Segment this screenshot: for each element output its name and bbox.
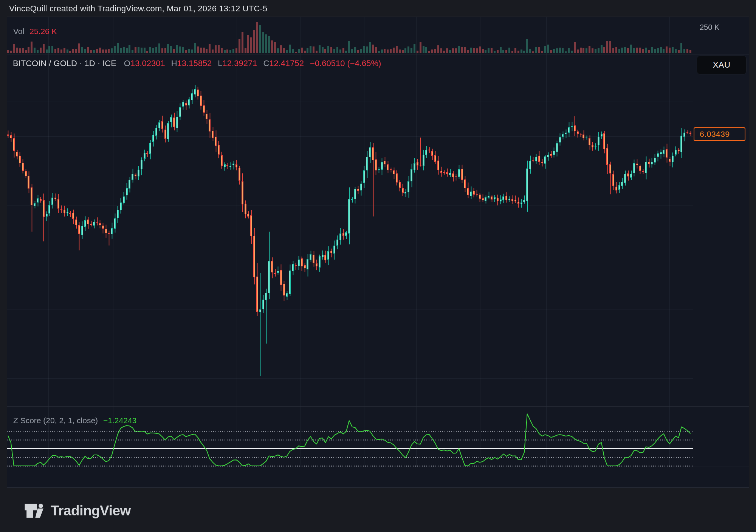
ohlc-open: O13.02301 [124, 59, 165, 68]
last-price-badge: 6.03439 [694, 127, 745, 141]
symbol-legend: BITCOIN / GOLD · 1D · ICE O13.02301 H13.… [13, 59, 381, 68]
page-title: VinceQuill created with TradingView.com,… [9, 4, 268, 14]
tradingview-watermark[interactable]: TradingView [24, 501, 131, 520]
zscore-label: Z Score (20, 2, 1, close) [13, 416, 98, 425]
ohlc-close: C12.41752 [263, 59, 304, 68]
ohlc-low: L12.39271 [218, 59, 257, 68]
volume-legend: Vol 25.26 K [13, 27, 57, 36]
volume-label: Vol [13, 27, 24, 36]
tradingview-logo-icon [24, 501, 45, 520]
ohlc-high: H13.15852 [171, 59, 212, 68]
tradingview-chart-page: VinceQuill created with TradingView.com,… [0, 0, 756, 532]
brand-name: TradingView [51, 503, 131, 519]
change-value: −0.60510 (−4.65%) [310, 59, 381, 68]
symbol-title: BITCOIN / GOLD · 1D · ICE [13, 59, 116, 68]
time-axis[interactable]: Dec2020FebMarAprMayJunJulAugSepOct [7, 467, 749, 487]
price-chart-canvas[interactable] [0, 0, 756, 532]
price-scale[interactable]: 6.500005.500005.000004.500004.000003.500… [693, 17, 749, 467]
zscore-legend: Z Score (20, 2, 1, close) −1.24243 [13, 416, 136, 425]
zscore-value: −1.24243 [103, 416, 136, 425]
volume-value: 25.26 K [29, 27, 57, 36]
